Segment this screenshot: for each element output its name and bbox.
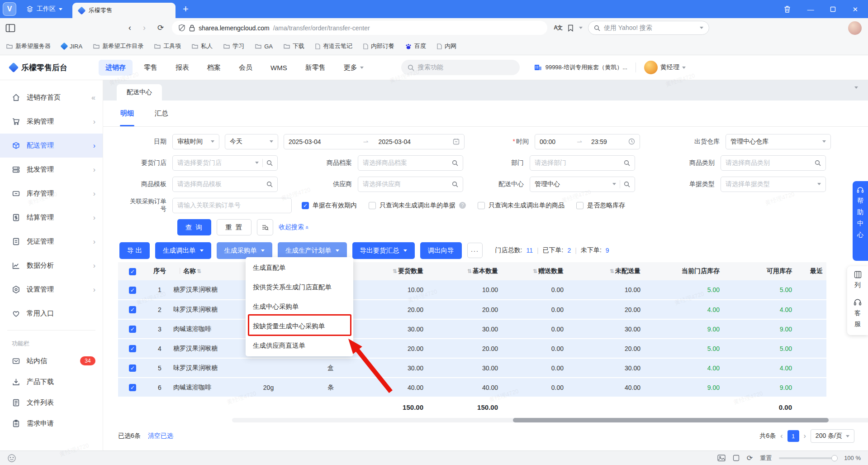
user-menu[interactable]: 黄经理	[644, 61, 686, 74]
row-checkbox[interactable]	[129, 364, 136, 372]
search-icon[interactable]	[624, 181, 630, 187]
nav-item-xinlingshou[interactable]: 新零售	[299, 60, 332, 76]
workspace-switcher[interactable]: 工作区	[21, 0, 68, 18]
maximize-button[interactable]	[830, 6, 836, 12]
checkbox-valid-period[interactable]: 单据在有效期内	[302, 201, 357, 210]
sidebar-item-files[interactable]: 文件列表	[0, 392, 103, 413]
table-row[interactable]: 2 味罗汉果润喉糖 20.00 20.00 0.00 20.00 4.00 4.…	[118, 300, 826, 319]
row-checkbox[interactable]	[129, 384, 136, 391]
bookmark-page[interactable]: 内部订餐	[363, 42, 394, 50]
column-settings-icon[interactable]	[854, 271, 862, 278]
prev-page-button[interactable]: ‹	[780, 432, 783, 440]
current-page[interactable]: 1	[787, 430, 799, 442]
bookmark-jira[interactable]: JIRA	[62, 43, 82, 50]
search-icon[interactable]	[266, 160, 273, 166]
bookmark-page[interactable]: 有道云笔记	[315, 42, 352, 50]
tabstrip-collapse-icon[interactable]	[854, 86, 858, 89]
next-page-button[interactable]: ›	[804, 432, 806, 440]
new-tab-button[interactable]: +	[183, 4, 189, 14]
nav-item-more[interactable]: 更多	[337, 60, 370, 76]
table-row[interactable]: 1 糖罗汉果润喉糖 10.00 10.00 0.00 10.00 5.00 5.…	[118, 280, 826, 300]
checkbox-no-transfer-goods[interactable]: 只查询未生成调出单的商品	[478, 201, 564, 210]
sidebar-item-wholesale[interactable]: 批发管理›	[0, 158, 103, 182]
bookmark-folder[interactable]: 新希望工作目录	[93, 42, 143, 50]
nav-item-wms[interactable]: WMS	[264, 60, 294, 75]
bookmark-icon[interactable]	[568, 24, 574, 32]
transfer-wizard-button[interactable]: 调出向导	[420, 242, 462, 259]
time-to[interactable]: 23:59	[586, 138, 625, 145]
select-all-checkbox[interactable]	[129, 268, 136, 275]
store-select[interactable]: 请选择要货门店	[172, 155, 278, 171]
doctype-select[interactable]: 请选择单据类型	[721, 177, 826, 192]
template-select[interactable]: 请选择商品模板	[172, 177, 278, 192]
row-checkbox[interactable]	[129, 345, 136, 352]
zoom-slider-thumb[interactable]	[831, 455, 838, 461]
translate-icon[interactable]: A文	[554, 24, 562, 32]
bookmark-folder[interactable]: 下载	[284, 42, 304, 50]
center-select[interactable]: 管理中心	[530, 177, 635, 192]
lock-icon[interactable]	[189, 24, 195, 32]
zoom-reset-label[interactable]: 重置	[760, 454, 772, 462]
menu-item-supply-relation-order[interactable]: 按供货关系生成门店直配单	[246, 278, 353, 297]
zoom-slider[interactable]	[779, 457, 837, 459]
back-button[interactable]: ‹	[128, 23, 131, 33]
sidebar-item-downloads[interactable]: 产品下载	[0, 371, 103, 392]
service-panel[interactable]: 列 客 服	[847, 266, 868, 335]
collapse-sidebar-icon[interactable]: «	[91, 94, 95, 102]
menu-item-direct-order[interactable]: 生成直配单	[246, 258, 353, 278]
menu-item-supplier-direct[interactable]: 生成供应商直送单	[246, 336, 353, 355]
date-preset-select[interactable]: 今天	[225, 134, 278, 149]
supplier-select[interactable]: 请选择供应商	[358, 177, 463, 192]
dept-select[interactable]: 请选择部门	[530, 155, 635, 171]
sidebar-item-requests[interactable]: 需求申请	[0, 413, 103, 434]
time-from[interactable]: 00:00	[540, 138, 573, 145]
date-from[interactable]: 2025-03-04	[289, 138, 360, 145]
menu-item-center-purchase[interactable]: 生成中心采购单	[246, 297, 353, 316]
minimize-button[interactable]: —	[807, 6, 814, 13]
url-bar[interactable]: sharea.lemengcloud.com/ama/transfer/orde…	[172, 21, 547, 35]
bookmark-folder[interactable]: 私人	[192, 42, 213, 50]
export-button[interactable]: 导 出	[119, 242, 150, 259]
sidebar-item-home[interactable]: 进销存首页«	[0, 86, 103, 110]
subtab-detail[interactable]: 明细	[120, 101, 134, 126]
engine-search-box[interactable]: 使用 Yahoo! 搜索	[588, 21, 709, 35]
reload-button[interactable]: ⟳	[157, 23, 164, 33]
col-undelivered[interactable]: ⇅未配送量	[584, 262, 661, 280]
sidebar-item-settlement[interactable]: 结算管理›	[0, 206, 103, 230]
table-row[interactable]: 5 味罗汉果润喉糖 盒 30.00 30.00 0.00 30.00 4.00 …	[118, 358, 826, 378]
search-icon[interactable]	[624, 160, 630, 166]
col-no[interactable]: 序号	[147, 262, 172, 280]
po-input[interactable]: 请输入关联采购订单号	[172, 198, 292, 213]
help-center-tab[interactable]: 帮 助 中 心	[853, 181, 868, 261]
row-checkbox[interactable]	[129, 287, 136, 294]
sidebar-item-purchase[interactable]: 采购管理›	[0, 110, 103, 134]
sidebar-toggle-icon[interactable]	[5, 24, 15, 33]
app-logo[interactable]: 乐檬零售后台	[10, 62, 99, 73]
page-size-select[interactable]: 200 条/页	[811, 429, 854, 443]
account-selector[interactable]: 99998-培训专用账套（黄凯）...	[534, 63, 627, 72]
bookmark-folder[interactable]: GA	[255, 43, 273, 50]
date-range-picker[interactable]: 2025-03-04 ⇀ 2025-03-04	[284, 134, 465, 149]
trash-icon[interactable]	[784, 5, 791, 13]
query-button[interactable]: 查 询	[177, 219, 211, 235]
capture-icon[interactable]	[733, 455, 740, 461]
date-type-select[interactable]: 审核时间	[172, 134, 219, 149]
bookmark-baidu[interactable]: 百度	[405, 42, 426, 50]
sidebar-item-analytics[interactable]: 数据分析›	[0, 254, 103, 278]
shield-blocker-icon[interactable]	[178, 24, 185, 32]
tab-distribution-center[interactable]: 配送中心	[117, 84, 162, 101]
search-icon[interactable]	[452, 181, 458, 187]
subtab-summary[interactable]: 汇总	[155, 101, 168, 126]
forward-button[interactable]: ›	[143, 23, 146, 33]
function-search-box[interactable]: 搜索功能	[401, 60, 520, 75]
browser-tab-active[interactable]: 乐檬零售	[72, 3, 175, 18]
row-checkbox[interactable]	[129, 306, 136, 313]
clear-selection-link[interactable]: 清空已选	[148, 432, 173, 440]
nav-item-baobiao[interactable]: 报表	[169, 60, 196, 76]
collapse-search-link[interactable]: 收起搜索«	[279, 223, 309, 231]
table-row[interactable]: 3 肉碱速溶咖啡 30.00 30.00 0.00 30.00 9.00 9.0…	[118, 319, 826, 339]
nav-item-dangan[interactable]: 档案	[200, 60, 228, 76]
generate-purchase-button[interactable]: 生成采购单	[217, 242, 273, 259]
bookmark-page[interactable]: 内网	[437, 42, 456, 50]
bookmark-folder[interactable]: 工具项	[154, 42, 181, 50]
